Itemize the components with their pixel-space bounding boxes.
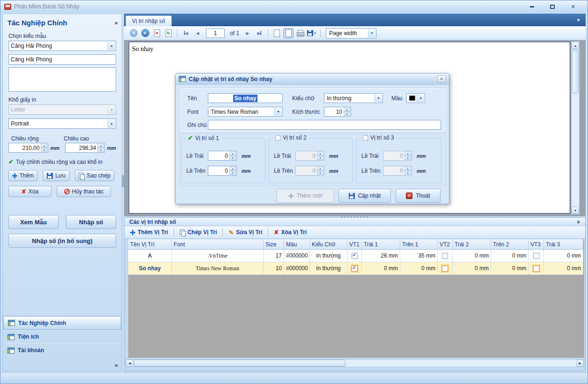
template-select[interactable]: Cảng Hải Phòng ▼ [8, 41, 116, 51]
vertical-scrollbar[interactable]: ▲ ▼ [571, 41, 580, 214]
column-header[interactable]: Size [264, 239, 284, 250]
scroll-down-icon[interactable]: ▼ [572, 207, 579, 214]
zoom-select[interactable]: Page width ▼ [326, 28, 376, 38]
chevron-down-icon[interactable]: ▼ [417, 94, 424, 102]
last-page-button[interactable]: ▶ [254, 28, 265, 38]
delete-position-button[interactable]: ✘ Xóa Vị Trí [271, 227, 309, 237]
spin-down-icon[interactable]: ▼ [41, 148, 47, 152]
export-button[interactable]: ▼ [307, 28, 317, 38]
column-header[interactable]: Trên 2 [491, 239, 529, 250]
stop-button[interactable]: ✕ [152, 28, 162, 38]
checked-icon[interactable]: ✔ [188, 134, 193, 141]
refresh-button[interactable]: ↻ [163, 28, 174, 38]
table-row[interactable]: A .VnTime 17 #000000 In thường 26 mm 35 … [128, 250, 583, 262]
column-header[interactable]: VT2 [438, 239, 453, 250]
first-page-button[interactable]: ◀ [181, 28, 191, 38]
delete-template-button[interactable]: ✘ Xóa [8, 186, 51, 197]
spin-down-icon[interactable]: ▼ [344, 112, 350, 116]
tab-vi-tri-nhap-so[interactable]: Vị trí nhập số [125, 15, 172, 26]
checkbox-icon[interactable] [533, 253, 539, 259]
spin-down-icon[interactable]: ▼ [229, 171, 236, 175]
spin-up-icon[interactable]: ▲ [229, 152, 236, 156]
height-stepper[interactable]: 298,34 ▲▼ [65, 143, 105, 153]
horizontal-scrollbar[interactable]: ◀ ▶ [125, 359, 584, 367]
update-button[interactable]: Cập nhật [338, 189, 391, 203]
cancel-action-button[interactable]: Hủy thao tác [57, 186, 111, 197]
position-1-left-stepper[interactable]: 0 ▲▼ [208, 151, 237, 161]
chevron-down-icon[interactable]: ▼ [108, 42, 115, 50]
column-header[interactable]: Tên Vị Trí [128, 239, 172, 250]
scroll-left-icon[interactable]: ◀ [126, 360, 133, 367]
exit-button[interactable]: ✕ Thoát [396, 189, 441, 203]
minimize-button[interactable] [528, 3, 536, 10]
style-select[interactable]: In thường ▼ [324, 93, 383, 103]
scroll-up-icon[interactable]: ▲ [572, 42, 579, 49]
unchecked-checkbox-icon[interactable] [363, 135, 368, 140]
name-input[interactable]: So nhay [208, 93, 283, 103]
scroll-right-icon[interactable]: ▶ [576, 360, 584, 367]
checkbox-icon[interactable] [352, 253, 358, 259]
checkbox-icon[interactable] [352, 266, 358, 272]
scrollbar-thumb[interactable] [134, 360, 345, 367]
enter-numbers-extra-button[interactable]: Nhập số (in bổ sung) [8, 234, 116, 248]
column-header[interactable]: Trên 1 [400, 239, 438, 250]
maximize-button[interactable] [548, 3, 557, 10]
sidebar-item-tai-khoan[interactable]: Tài khoản [3, 343, 121, 357]
template-name-input[interactable]: Cảng Hải Phòng [8, 54, 116, 65]
size-stepper[interactable]: 10 ▲▼ [324, 107, 351, 117]
next-page-button[interactable]: ▶ [243, 28, 253, 38]
spin-down-icon[interactable]: ▼ [97, 148, 104, 152]
spin-up-icon[interactable]: ▲ [41, 144, 47, 148]
column-header[interactable]: Màu [284, 239, 310, 250]
position-1-top-stepper[interactable]: 0 ▲▼ [208, 166, 237, 176]
prev-page-button[interactable]: ◀ [192, 28, 203, 38]
checkbox-icon[interactable] [442, 266, 448, 272]
print-button[interactable] [295, 28, 305, 38]
forward-button[interactable]: ► [140, 28, 150, 38]
checkbox-icon[interactable] [442, 253, 448, 259]
print-layout-button[interactable] [283, 28, 294, 38]
enter-numbers-button[interactable]: Nhập số [66, 215, 116, 229]
copy-template-button[interactable]: Sao chép [75, 170, 114, 181]
scrollbar-track[interactable] [346, 360, 576, 367]
chevron-down-icon[interactable]: ▼ [108, 119, 115, 128]
page-number-input[interactable]: 1 [206, 29, 225, 38]
spin-up-icon[interactable]: ▲ [344, 108, 350, 112]
template-description-box[interactable] [8, 67, 116, 92]
checkbox-icon[interactable] [533, 266, 539, 272]
panel-collapse-icon[interactable]: » [576, 220, 582, 223]
save-template-button[interactable]: Lưu [43, 170, 70, 181]
edit-position-button[interactable]: ✎ Sửa Vị Trí [226, 227, 265, 237]
table-row-selected[interactable]: So nhay Times New Roman 10 #000000 In th… [128, 262, 583, 275]
column-header[interactable]: Kiểu Chữ [310, 239, 347, 250]
view-template-button[interactable]: Xem Mẫu [8, 215, 59, 229]
column-header[interactable]: Font [172, 239, 264, 250]
column-header[interactable]: Trái 2 [453, 239, 491, 250]
column-header[interactable]: VT1 [347, 239, 362, 250]
add-template-button[interactable]: Thêm [8, 170, 37, 181]
sidebar-item-tac-nghiep-chinh[interactable]: Tác Nghiệp Chính [3, 316, 121, 330]
spin-down-icon[interactable]: ▼ [229, 156, 236, 160]
chevron-down-icon[interactable]: ▼ [274, 108, 282, 116]
custom-size-checkbox[interactable]: ✔ Tuỳ chỉnh chiều rộng và cao khổ in [8, 158, 116, 165]
spin-up-icon[interactable]: ▲ [97, 144, 104, 148]
page-setup-button[interactable] [272, 28, 282, 38]
sidebar-collapse-icon[interactable]: « [115, 19, 118, 26]
column-header[interactable]: VT3 [529, 239, 544, 250]
sidebar-item-tien-ich[interactable]: Tiện ích [3, 330, 121, 343]
font-select[interactable]: Times New Roman ▼ [208, 107, 283, 117]
unchecked-checkbox-icon[interactable] [275, 135, 280, 140]
sidebar-expand-icon[interactable]: » [115, 362, 118, 369]
width-stepper[interactable]: 210,00 ▲▼ [8, 143, 48, 153]
note-input[interactable] [208, 120, 441, 130]
chevron-down-icon[interactable]: ▼ [368, 29, 375, 37]
spin-up-icon[interactable]: ▲ [229, 167, 236, 171]
dialog-close-button[interactable]: ✕ [437, 75, 446, 82]
column-header[interactable]: Trái 1 [362, 239, 400, 250]
copy-position-button[interactable]: Chép Vị Trí [177, 227, 220, 237]
add-position-button[interactable]: Thêm Vị Trí [127, 227, 171, 237]
back-button[interactable]: ◄ [128, 28, 139, 38]
tab-list-icon[interactable]: ▼ [576, 18, 584, 22]
column-header[interactable]: Trái 3 [544, 239, 583, 250]
chevron-down-icon[interactable]: ▼ [375, 94, 382, 102]
